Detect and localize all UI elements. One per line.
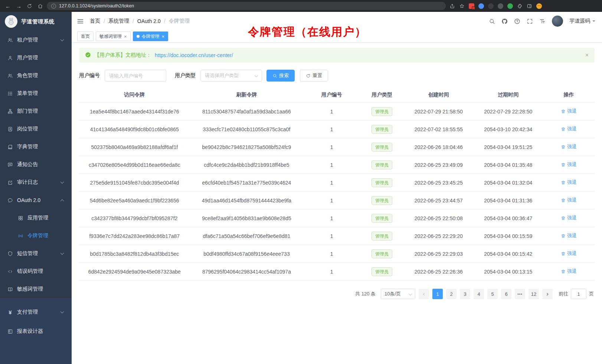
create-time-cell: 2022-06-25 23:44:57 bbox=[404, 198, 474, 203]
search-button[interactable]: 搜索 bbox=[266, 70, 295, 82]
help-icon[interactable] bbox=[514, 18, 520, 24]
user-icon bbox=[7, 55, 13, 61]
force-logout-button[interactable]: 强退 bbox=[561, 179, 577, 186]
force-logout-button[interactable]: 强退 bbox=[561, 108, 577, 115]
access-token-cell: 1ea5e44f8bc1467aaede43144f31de76 bbox=[79, 109, 190, 115]
extension-green-icon[interactable] bbox=[507, 3, 513, 9]
sidebar-item-post[interactable]: 岗位管理 bbox=[0, 120, 72, 138]
page-button-2[interactable]: 2 bbox=[446, 289, 457, 299]
next-page-button[interactable]: › bbox=[542, 289, 553, 299]
tab-home[interactable]: 首页 bbox=[77, 32, 94, 41]
sidebar-item-label: 用户管理 bbox=[17, 54, 38, 61]
menu-list-icon bbox=[7, 91, 13, 96]
reload-icon[interactable] bbox=[27, 3, 32, 9]
sidebar-item-dict[interactable]: 字典管理 bbox=[0, 138, 72, 156]
share-icon[interactable] bbox=[449, 3, 455, 9]
action-cell: 强退 bbox=[543, 161, 595, 168]
breadcrumb-oauth[interactable]: OAuth 2.0 bbox=[137, 18, 161, 24]
search-icon[interactable] bbox=[489, 18, 495, 24]
user-type-cell: 管理员 bbox=[360, 196, 404, 205]
user-id-input[interactable] bbox=[105, 70, 166, 82]
access-token-cell: 6d842e2924594de9a09e45e087323abe bbox=[79, 269, 190, 275]
force-logout-button[interactable]: 强退 bbox=[561, 215, 577, 221]
sidebar-item-tenant[interactable]: 租户管理 bbox=[0, 31, 72, 49]
user-id-cell: 1 bbox=[303, 269, 360, 275]
tab-token-management[interactable]: 令牌管理 × bbox=[133, 32, 169, 41]
message-icon bbox=[7, 162, 13, 168]
trash-icon bbox=[561, 216, 566, 221]
user-menu[interactable]: 芋道源码 bbox=[569, 18, 595, 24]
sidebar-item-report-designer[interactable]: 报表设计器 bbox=[0, 322, 72, 341]
trash-icon bbox=[561, 234, 566, 238]
sidebar-toggle-icon[interactable] bbox=[77, 18, 84, 25]
extension-blue-icon[interactable] bbox=[478, 3, 484, 9]
sidebar-item-role[interactable]: 角色管理 bbox=[0, 67, 72, 85]
more-pages-button[interactable]: ••• bbox=[515, 289, 525, 299]
reset-button[interactable]: 重置 bbox=[300, 70, 328, 82]
breadcrumb-system[interactable]: 系统管理 bbox=[108, 18, 129, 24]
page-size-select[interactable]: 10条/页 bbox=[381, 289, 415, 299]
user-avatar[interactable] bbox=[552, 16, 563, 27]
page-button-5[interactable]: 5 bbox=[487, 289, 498, 299]
extension-black-icon[interactable] bbox=[488, 3, 494, 9]
page-button-12[interactable]: 12 bbox=[529, 289, 539, 299]
pagination: 共 120 条 10条/页 ‹ 1 2 3 4 5 6 ••• 12 › 前往 … bbox=[79, 289, 595, 299]
bookmark-star-icon[interactable] bbox=[459, 3, 465, 9]
home-icon[interactable] bbox=[37, 3, 43, 9]
sidebar-item-oauth-app[interactable]: 应用管理 bbox=[0, 209, 72, 227]
action-cell: 强退 bbox=[543, 232, 595, 239]
browser-profile-avatar[interactable] bbox=[536, 3, 542, 9]
breadcrumb-home[interactable]: 首页 bbox=[90, 18, 100, 24]
extensions-puzzle-icon[interactable] bbox=[517, 3, 523, 9]
action-cell: 强退 bbox=[543, 108, 595, 115]
tab-sensitive-word[interactable]: 敏感词管理 × bbox=[96, 32, 131, 41]
force-logout-button[interactable]: 强退 bbox=[561, 232, 577, 239]
user-type-badge: 管理员 bbox=[372, 125, 392, 134]
fullscreen-icon[interactable] bbox=[527, 18, 533, 24]
sidebar-item-dept[interactable]: 部门管理 bbox=[0, 102, 72, 120]
close-icon[interactable]: × bbox=[124, 34, 127, 39]
address-bar[interactable]: i 127.0.0.1:1024/system/oauth2/token bbox=[47, 2, 446, 10]
github-icon[interactable] bbox=[501, 18, 508, 24]
sidebar-item-user[interactable]: 用户管理 bbox=[0, 49, 72, 67]
sidebar-item-oauth[interactable]: OAuth 2.0 bbox=[0, 191, 72, 209]
sidebar-item-error-code[interactable]: 错误码管理 bbox=[0, 262, 72, 280]
page-button-4[interactable]: 4 bbox=[474, 289, 484, 299]
force-logout-button[interactable]: 强退 bbox=[561, 161, 577, 168]
font-size-icon[interactable] bbox=[539, 18, 546, 24]
close-icon[interactable]: × bbox=[162, 34, 165, 39]
tags-view-bar: 首页 敏感词管理 × 令牌管理 × bbox=[72, 30, 602, 43]
side-panel-icon[interactable] bbox=[527, 3, 532, 9]
close-icon[interactable]: × bbox=[585, 52, 589, 59]
page-button-3[interactable]: 3 bbox=[460, 289, 470, 299]
sidebar-item-menu[interactable]: 菜单管理 bbox=[0, 85, 72, 102]
expire-time-cell: 2054-03-04 01:32:04 bbox=[474, 180, 543, 186]
user-type-select[interactable]: 请选择用户类型 bbox=[200, 70, 262, 82]
forward-icon[interactable]: → bbox=[16, 3, 22, 9]
extension-dark-icon[interactable] bbox=[498, 3, 503, 9]
force-logout-button[interactable]: 强退 bbox=[561, 268, 577, 275]
sidebar-item-label: 支付管理 bbox=[17, 309, 38, 315]
doc-link[interactable]: https://doc.iocoder.cn/user-center/ bbox=[155, 52, 233, 58]
sidebar-item-audit-log[interactable]: 审计日志 bbox=[0, 173, 72, 191]
prev-page-button[interactable]: ‹ bbox=[419, 289, 429, 299]
page-button-6[interactable]: 6 bbox=[501, 289, 511, 299]
action-cell: 强退 bbox=[543, 179, 595, 186]
site-info-icon[interactable]: i bbox=[51, 4, 56, 9]
goto-page: 前往 页 bbox=[559, 289, 594, 299]
force-logout-button[interactable]: 强退 bbox=[561, 143, 577, 150]
sidebar: 芋道管理系统 租户管理 用户管理 角色管理 菜单管理 部门管理 bbox=[0, 12, 72, 364]
extension-red-icon[interactable] bbox=[469, 3, 474, 9]
sidebar-item-pay[interactable]: ¥ 支付管理 bbox=[0, 302, 72, 322]
sidebar-item-sensitive-word[interactable]: 敏感词管理 bbox=[0, 280, 72, 298]
back-icon[interactable]: ← bbox=[5, 3, 11, 9]
goto-page-input[interactable] bbox=[571, 289, 586, 299]
force-logout-button[interactable]: 强退 bbox=[561, 250, 577, 257]
sidebar-item-oauth-token[interactable]: 令牌管理 bbox=[0, 227, 72, 245]
role-icon bbox=[7, 73, 13, 79]
force-logout-button[interactable]: 强退 bbox=[561, 126, 577, 132]
sidebar-item-sms[interactable]: 短信管理 bbox=[0, 245, 72, 262]
sidebar-item-notice[interactable]: 通知公告 bbox=[0, 156, 72, 173]
page-button-1[interactable]: 1 bbox=[432, 289, 443, 299]
force-logout-button[interactable]: 强退 bbox=[561, 197, 577, 203]
